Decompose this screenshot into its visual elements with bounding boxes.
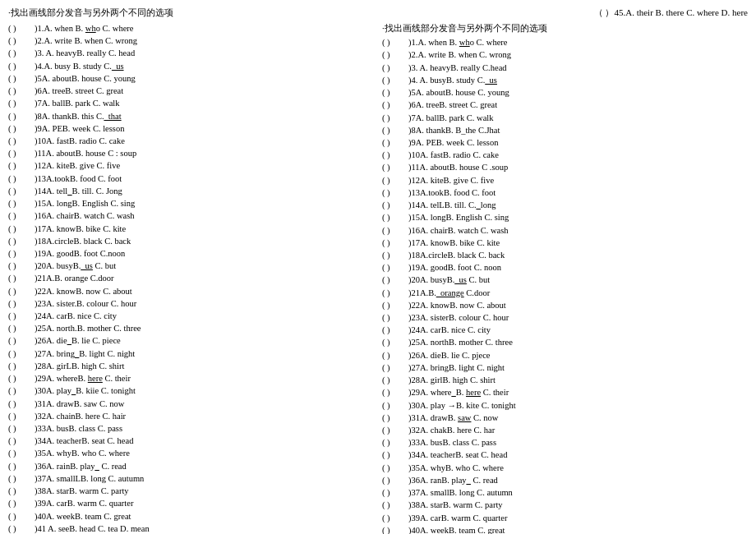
item-paren: ( ) [8,485,35,497]
item-options: B. house C. young [445,86,509,99]
item-number: )30A. play → [408,399,456,412]
item-options: B. B_the C.Jhat [445,124,500,136]
item-options: B. here C. hair [76,410,127,422]
item-number: )32A. chain [35,410,76,422]
item-number: )29A. where_ [408,386,456,398]
item-paren: ( ) [8,60,35,72]
list-item: ( ))23A. sister B. colour C. hour [382,311,748,324]
item-paren: ( ) [8,398,35,410]
item-paren: ( ) [8,297,35,310]
right-column: ·找出画线部分发音与另外两个不同的选项 ( ))1.A. when B. who… [382,22,748,534]
list-item: ( ))29A. where_ B. here C. their [382,386,748,398]
list-item: ( ))7A. ball B. park C. walk [382,112,748,124]
item-paren: ( ) [382,512,408,524]
item-options: B. long C. autumn [81,472,144,485]
item-paren: ( ) [382,486,408,499]
item-options: B. warm C. quarter [441,512,508,524]
list-item: ( ))13A.took B. food C. foot [8,173,374,185]
list-item: ( ))38A. star B. warm C. party [382,499,748,511]
item-number: )13A.took [408,186,444,199]
list-item: ( ))8A. thank B. B_the C.Jhat [382,124,748,136]
list-item: ( ))19A. good B. foot C.noon [8,247,374,260]
item-paren: ( ) [382,274,408,286]
list-item: ( ))9A. PE B. week C. lesson [382,136,748,149]
list-item: ( ))39A. car B. warm C. quarter [8,497,374,509]
item-number: )2. [408,48,417,61]
item-paren: ( ) [8,472,35,485]
item-options: B. radio C. cake [69,135,125,147]
item-options: B. house C : soup [76,147,136,159]
item-number: )4. [35,60,44,72]
item-options: B. foot C.noon [74,247,125,260]
item-paren: ( ) [382,311,408,324]
item-number: )27A. bring_ [35,348,79,360]
list-item: ( ))27A. bring B. light C. night [382,361,748,374]
item-paren: ( ) [382,36,408,48]
item-options: B. high C. shirt [71,360,124,372]
item-options: B. warm C. party [443,499,503,511]
item-paren: ( ) [8,360,35,372]
list-item: ( ))16A. chair B. watch C. wash [8,209,374,222]
list-item: ( ))38A. star B. warm C. party [8,485,374,497]
item-paren: ( ) [8,334,35,347]
right-header-item: （ ）45.A. their B. there C. where D. here [594,7,748,19]
list-item: ( ))41 A. see B. head C. tea D. mean [8,522,374,534]
item-options: B. bike C. kite [76,223,126,235]
item-number: )33A. bus [35,422,68,435]
item-options: B. black C. back [448,249,505,261]
item-options: A. busy B. study C._us [44,60,123,72]
list-item: ( ))4.A. busy B. study C._us [8,60,374,72]
item-options: B. food C. foot [70,173,122,185]
item-number: )34A. teacher [35,435,81,447]
item-number: )23A. sister [408,311,449,324]
item-options: B. radio C. cake [443,149,499,161]
item-number: )15A. long [35,197,72,209]
item-number: )3. A. heavy [35,47,76,59]
item-paren: ( ) [382,149,408,161]
list-item: ( ))7A. ball B. park C. walk [8,97,374,109]
item-number: )6A. tree [408,99,439,111]
list-item: ( ))22A. know B. now C. about [382,299,748,311]
item-options: B. food C. foot [444,186,496,199]
item-options: B. watch C. wash [74,209,135,222]
item-options: B. who C. where [445,462,504,474]
list-item: ( ))9A. PE B. week C. lesson [8,122,374,135]
item-paren: ( ) [382,174,408,186]
list-item: ( ))2.A. write B. when C. wrong [8,35,374,47]
list-item: ( ))37A. smallL B. long C. autumn [8,472,374,485]
item-options: B. colour C. hour [449,311,509,324]
item-number: )12A. kite [35,159,70,172]
item-paren: ( ) [8,447,35,459]
item-options: B. street C. great [65,85,123,97]
item-number: )5A. about [35,72,71,85]
item-number: )1. [35,22,44,35]
item-options: B._us C. but [447,274,491,286]
item-number: )36A. rain [35,460,70,472]
item-paren: ( ) [382,211,408,223]
list-item: ( ))22A. know B. now C. about [8,285,374,297]
item-options: B. here C. their [77,372,130,384]
item-options: B. English C. sing [446,211,509,223]
left-column: ( ))1.A. when B. who C. where( ))2.A. wr… [8,22,374,534]
item-paren: ( ) [382,349,408,361]
item-options: B. long C. autumn [449,486,513,499]
list-item: ( ))11A. about B. house C : soup [8,147,374,159]
item-number: )14A. tell_ [35,185,72,197]
item-number: )31A. draw [408,412,448,424]
item-number: )12A. kite [408,174,444,186]
list-item: ( ))24A. car B. nice C. city [8,310,374,322]
item-paren: ( ) [382,74,408,86]
item-paren: ( ) [8,260,35,272]
item-options: B. week C. lesson [436,136,499,149]
list-item: ( ))36A. ran B. play_ C. read [382,474,748,486]
item-number: )6A. tree [35,85,65,97]
list-item: ( ))34A. teacher B. seat C. head [8,435,374,447]
item-paren: ( ) [8,197,35,209]
item-number: )40A. week [35,510,75,522]
list-item: ( ))1.A. when B. who C. where [382,36,748,48]
item-options: B. give C. five [444,174,495,186]
item-number: )35A. why [408,462,445,474]
list-item: ( ))10A. fast B. radio C. cake [382,149,748,161]
list-item: ( ))5A. about B. house C. young [382,86,748,99]
item-options: B._us C. but [73,260,117,272]
